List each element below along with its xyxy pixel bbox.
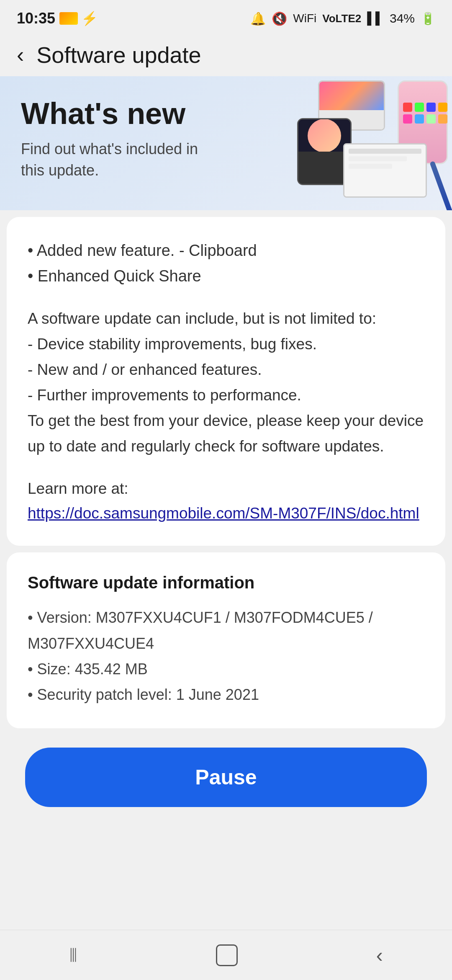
recent-apps-button[interactable]: ⦀ [69,943,77,967]
status-bar: 10:35 ⚡ 🔔 🔇 WiFi VoLTE2 ▌▌ 34% 🔋 [0,0,452,34]
page-title: Software update [36,42,201,68]
signal-icon: ▌▌ [367,12,384,25]
feature-item-1: • Added new feature. - Clipboard [28,238,424,263]
main-content-card: • Added new feature. - Clipboard • Enhan… [7,217,445,546]
button-section: Pause [0,735,452,828]
hero-banner: What's new Find out what's included in t… [0,76,452,210]
mute-icon: 🔇 [272,11,287,26]
learn-more-link[interactable]: https://doc.samsungmobile.com/SM-M307F/I… [28,505,419,522]
learn-more-section: Learn more at: https://doc.samsungmobile… [28,480,424,525]
pause-button[interactable]: Pause [25,748,427,807]
hero-text: What's new Find out what's included in t… [21,97,431,181]
alarm-icon: 🔔 [250,11,266,26]
description-block: A software update can include, but is no… [28,306,424,459]
charge-icon: ⚡ [81,10,98,26]
update-version: • Version: M307FXXU4CUF1 / M307FODM4CUE5… [28,605,424,656]
back-button[interactable]: ‹ [13,42,28,67]
battery-percentage: 34% [390,11,415,26]
stylus-pen [429,161,452,210]
status-right: 🔔 🔇 WiFi VoLTE2 ▌▌ 34% 🔋 [250,11,435,26]
lte-icon: VoLTE2 [322,12,361,25]
bottom-nav: ⦀ ‹ [0,930,452,980]
update-security-patch: • Security patch level: 1 June 2021 [28,682,424,707]
hero-subtitle: Find out what's included in this update. [21,139,205,181]
update-info-card: Software update information • Version: M… [7,552,445,728]
feature-list: • Added new feature. - Clipboard • Enhan… [28,238,424,289]
hero-title: What's new [21,97,431,130]
learn-more-label: Learn more at: [28,480,424,498]
description-text: A software update can include, but is no… [28,306,424,459]
home-button[interactable] [216,944,238,966]
time-display: 10:35 [17,10,55,27]
update-info-title: Software update information [28,573,424,592]
wifi-icon: WiFi [293,12,316,25]
feature-item-2: • Enhanced Quick Share [28,263,424,289]
battery-icon: 🔋 [421,12,435,26]
update-size: • Size: 435.42 MB [28,656,424,682]
top-nav: ‹ Software update [0,34,452,76]
status-left: 10:35 ⚡ [17,10,98,27]
buddy-icon [59,12,78,25]
back-nav-button[interactable]: ‹ [376,944,383,967]
status-icons-left: ⚡ [59,10,98,26]
